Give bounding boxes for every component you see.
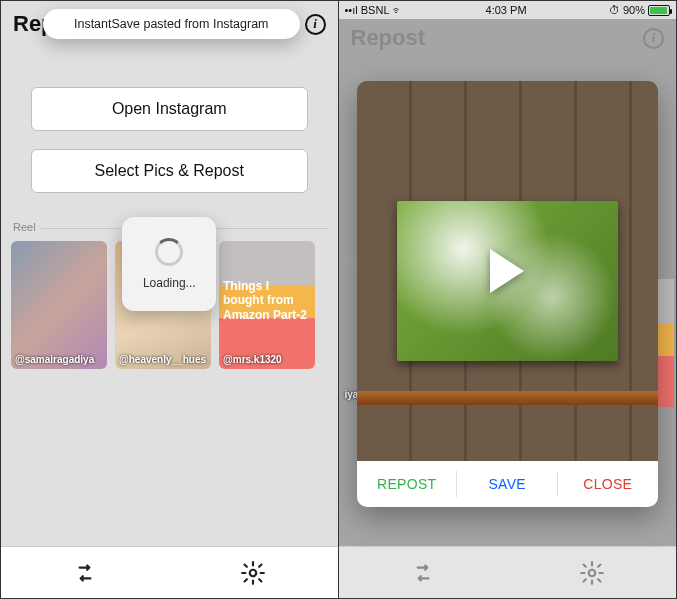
page-title-dim: Repost [351,25,426,51]
status-right: ⏱ 90% [609,4,670,16]
bottom-tab-bar-dim [339,546,677,598]
select-pics-button[interactable]: Select Pics & Repost [31,149,308,193]
video-detail-decor [357,391,659,405]
bottom-tab-bar [1,546,338,598]
svg-point-1 [588,569,595,576]
reel-thumbnail[interactable]: Things I bought from Amazon Part-2 @mrs.… [219,241,315,369]
thumb-handle: @samairagadiya [15,354,103,366]
paste-toast: InstantSave pasted from Instagram [43,9,300,39]
loading-modal: Loading... [122,217,216,311]
select-pics-label: Select Pics & Repost [95,162,244,180]
battery-percent: 90% [623,4,645,16]
card-action-row: REPOST SAVE CLOSE [357,461,659,507]
save-button[interactable]: SAVE [457,461,558,507]
tab-repost-icon-dim [339,547,508,598]
tab-settings-icon[interactable] [169,547,337,598]
info-icon[interactable]: i [305,14,326,35]
reel-thumbnail[interactable]: @samairagadiya [11,241,107,369]
thumb-overlay-text: Things I bought from Amazon Part-2 [223,279,311,322]
svg-point-0 [250,569,257,576]
open-instagram-label: Open Instagram [112,100,227,118]
repost-button[interactable]: REPOST [357,461,458,507]
info-icon-dim: i [643,28,664,49]
close-button[interactable]: CLOSE [558,461,659,507]
loading-label: Loading... [143,276,196,290]
tab-settings-icon-dim [507,547,676,598]
right-screenshot: ••ıl BSNL ᯤ 4:03 PM ⏱ 90% Repost i Reel … [339,1,677,598]
left-screenshot: Repost i Open Instagram Select Pics & Re… [1,1,339,598]
ios-status-bar: ••ıl BSNL ᯤ 4:03 PM ⏱ 90% [339,1,677,19]
alarm-icon: ⏱ [609,4,620,16]
video-preview-card: REPOST SAVE CLOSE [357,81,659,507]
spinner-icon [155,238,183,266]
battery-icon [648,5,670,16]
tab-repost-icon[interactable] [1,547,169,598]
main-buttons: Open Instagram Select Pics & Repost [1,47,338,221]
right-header: Repost i [339,19,677,57]
video-preview[interactable] [357,81,659,461]
status-carrier: ••ıl BSNL ᯤ [345,4,404,16]
open-instagram-button[interactable]: Open Instagram [31,87,308,131]
play-icon[interactable] [490,249,524,293]
thumb-handle: @mrs.k1320 [223,354,311,366]
status-time: 4:03 PM [486,4,527,16]
thumb-handle: @heavenly__hues [119,354,207,366]
